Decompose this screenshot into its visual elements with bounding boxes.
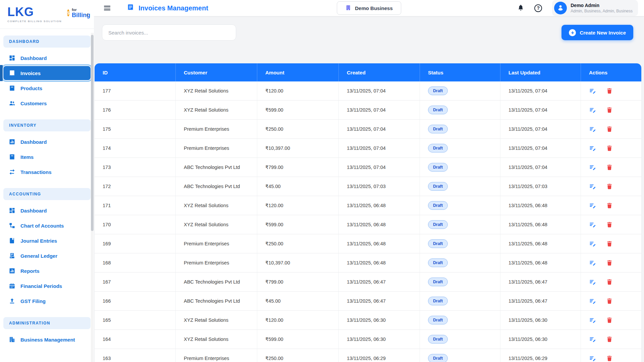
edit-invoice-button[interactable] [589, 145, 596, 152]
section-label-accounting: ACCOUNTING [3, 188, 91, 200]
status-badge: Draft [428, 144, 448, 153]
created-cell: 13/11/2025, 07:04 [339, 139, 420, 158]
edit-invoice-button[interactable] [589, 240, 596, 247]
user-profile[interactable]: Demo Admin Admin, Business, Admin, Busin… [552, 0, 638, 16]
customer-cell: XYZ Retail Solutions [176, 330, 257, 349]
sidebar-item-items[interactable]: Items [3, 150, 91, 164]
sidebar-item-dashboard[interactable]: Dashboard [3, 51, 91, 65]
edit-invoice-button[interactable] [589, 317, 596, 324]
menu-icon[interactable] [104, 5, 113, 11]
edit-invoice-button[interactable] [589, 221, 596, 228]
updated-cell: 13/11/2025, 06:47 [500, 273, 581, 292]
products-icon [9, 85, 15, 92]
created-cell: 13/11/2025, 06:48 [339, 215, 420, 234]
sidebar-item-gst-filing[interactable]: GST Filing [3, 294, 91, 308]
sidebar-item-reports[interactable]: Reports [3, 264, 91, 278]
delete-invoice-button[interactable] [606, 240, 613, 247]
sidebar-collapse-button[interactable]: ‹ [86, 11, 89, 17]
status-badge: Draft [428, 201, 448, 210]
invoices-icon [9, 70, 15, 76]
edit-invoice-button[interactable] [589, 107, 596, 114]
sidebar-scrollbar-thumb[interactable] [91, 35, 94, 231]
delete-invoice-button[interactable] [606, 259, 613, 266]
actions-cell [581, 253, 641, 273]
sidebar-item-financial-periods[interactable]: Financial Periods [3, 279, 91, 293]
brand-logo: LKG COMPLETE BILLING SOLUTION [7, 6, 62, 23]
delete-invoice-button[interactable] [606, 202, 613, 209]
invoice-id-cell: 167 [95, 273, 176, 292]
customer-cell: XYZ Retail Solutions [176, 196, 257, 215]
delete-invoice-button[interactable] [606, 279, 613, 285]
edit-invoice-button[interactable] [589, 126, 596, 133]
delete-invoice-button[interactable] [606, 183, 613, 190]
customer-cell: XYZ Retail Solutions [176, 101, 257, 120]
edit-invoice-button[interactable] [589, 259, 596, 266]
actions-cell [581, 158, 641, 177]
status-cell: Draft [420, 101, 500, 120]
sidebar-item-general-ledger[interactable]: General Ledger [3, 249, 91, 263]
updated-cell: 13/11/2025, 06:47 [500, 292, 581, 311]
status-cell: Draft [420, 273, 500, 292]
delete-invoice-button[interactable] [606, 126, 613, 132]
calendar-icon [9, 283, 15, 289]
edit-invoice-button[interactable] [589, 183, 596, 190]
delete-invoice-button[interactable] [606, 221, 613, 228]
delete-invoice-button[interactable] [606, 164, 613, 171]
customers-icon [9, 100, 15, 107]
topbar-right: ? Demo Admin Admin, Business, Admin, Bus… [517, 0, 638, 16]
sidebar-item-products[interactable]: Products [3, 81, 91, 95]
actions-cell [581, 330, 641, 349]
delete-invoice-button[interactable] [606, 298, 613, 304]
delete-invoice-button[interactable] [606, 317, 613, 323]
sidebar-scrollbar[interactable] [91, 33, 94, 362]
business-selector[interactable]: Demo Business [337, 1, 401, 15]
edit-invoice-button[interactable] [589, 202, 596, 209]
delete-invoice-button[interactable] [606, 87, 613, 94]
sidebar-item-label: Journal Entries [20, 238, 57, 244]
topbar: Invoices Management Demo Business ? Demo… [94, 0, 644, 16]
search-input[interactable] [102, 24, 236, 41]
amount-cell: ₹799.00 [257, 273, 339, 292]
edit-invoice-button[interactable] [589, 87, 596, 95]
actions-cell [581, 81, 641, 101]
edit-invoice-button[interactable] [589, 298, 596, 305]
column-header-status: Status [420, 63, 500, 81]
sidebar-item-dashboard[interactable]: Dashboard [3, 203, 91, 218]
delete-invoice-button[interactable] [606, 145, 613, 152]
sidebar-item-customers[interactable]: Customers [3, 96, 91, 110]
actions-cell [581, 139, 641, 158]
edit-invoice-button[interactable] [589, 164, 596, 171]
invoice-id-cell: 176 [95, 101, 176, 120]
sidebar-item-business-management[interactable]: Business Management [3, 333, 91, 347]
sidebar-item-label: Products [20, 85, 42, 91]
edit-invoice-button[interactable] [589, 355, 596, 362]
delete-invoice-button[interactable] [606, 107, 613, 113]
edit-invoice-button[interactable] [589, 279, 596, 286]
invoice-id-cell: 177 [95, 81, 176, 101]
sidebar-item-dashboard[interactable]: Dashboard [3, 135, 91, 149]
edit-invoice-button[interactable] [589, 336, 596, 343]
delete-invoice-button[interactable] [606, 336, 613, 343]
status-badge: Draft [428, 297, 448, 305]
column-header-last-updated: Last Updated [500, 63, 581, 81]
updated-cell: 13/11/2025, 07:04 [500, 139, 581, 158]
sidebar-item-chart-of-accounts[interactable]: Chart of Accounts [3, 219, 91, 233]
sidebar-item-journal-entries[interactable]: Journal Entries [3, 234, 91, 248]
help-button[interactable]: ? [534, 4, 542, 12]
column-header-created: Created [339, 63, 420, 81]
sidebar-item-label: Invoices [20, 70, 41, 76]
sidebar-item-invoices[interactable]: Invoices [3, 66, 91, 80]
content: + Create New Invoice IDCustomerAmountCre… [94, 16, 644, 362]
create-invoice-button[interactable]: + Create New Invoice [561, 25, 633, 40]
column-header-customer: Customer [176, 63, 257, 81]
delete-invoice-button[interactable] [606, 355, 613, 362]
customer-cell: XYZ Retail Solutions [176, 81, 257, 101]
section-label-dashboard: DASHBOARD [3, 36, 91, 48]
status-badge: Draft [428, 316, 448, 324]
notifications-button[interactable] [517, 4, 524, 12]
created-cell: 13/11/2025, 07:04 [339, 81, 420, 101]
invoice-id-cell: 172 [95, 177, 176, 196]
sidebar-item-label: Dashboard [20, 139, 47, 145]
actions-cell [581, 215, 641, 234]
sidebar-item-transactions[interactable]: Transactions [3, 165, 91, 179]
